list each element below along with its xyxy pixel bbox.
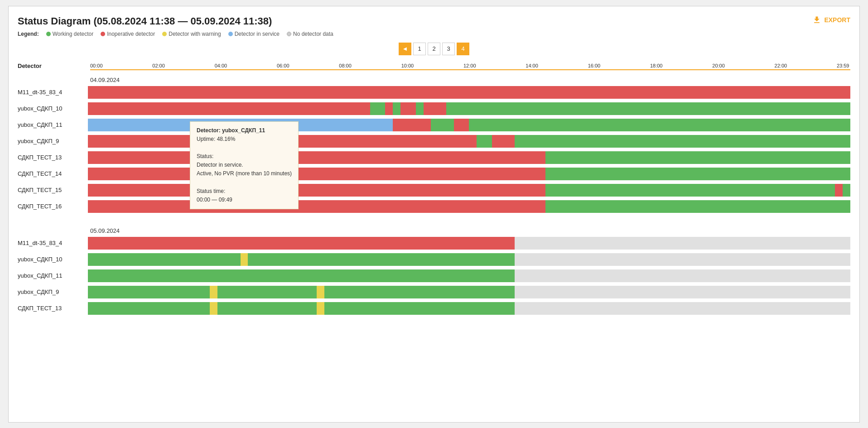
time-axis-line: [90, 69, 850, 70]
header: Status Diagram (05.08.2024 11:38 — 05.09…: [18, 15, 850, 27]
tooltip-status-line2: Active, No PVR (more than 10 minutes): [197, 169, 292, 178]
bar-seg: [400, 102, 416, 115]
table-row: yubox_СДКП_10: [18, 102, 850, 115]
bar-container[interactable]: [88, 102, 850, 115]
bar-seg: [393, 119, 431, 131]
time-label-4: 08:00: [339, 63, 401, 68]
bar-seg: [241, 253, 248, 266]
bar-container[interactable]: [88, 302, 850, 315]
export-button[interactable]: EXPORT: [812, 15, 850, 24]
bar-seg: [454, 119, 469, 131]
tooltip-time-range: 00:00 — 09:49: [197, 196, 292, 204]
bar-seg: [88, 86, 301, 99]
detector-label: yubox_СДКП_10: [18, 105, 88, 112]
time-label-12: 23:59: [837, 63, 850, 68]
bar-seg: [431, 119, 453, 131]
legend-working: Working detector: [46, 31, 94, 37]
bar-seg: [88, 168, 545, 180]
bar-seg: [515, 269, 850, 282]
page-4-button[interactable]: 4: [457, 43, 469, 55]
time-label-2: 04:00: [215, 63, 277, 68]
bar-container[interactable]: [88, 253, 850, 266]
bar-seg: [210, 286, 217, 298]
tooltip-status-label: Status:: [197, 152, 292, 161]
page-3-button[interactable]: 3: [442, 43, 455, 55]
detector-label: yubox_СДКП_11: [18, 272, 88, 279]
bar-seg: [385, 102, 393, 115]
bar-seg: [446, 102, 850, 115]
legend-inoperative: Inoperative detector: [101, 31, 155, 37]
bar-seg: [88, 237, 515, 250]
no-data-label: No detector data: [293, 31, 333, 37]
detector-label: yubox_СДКП_10: [18, 256, 88, 263]
bar-seg: [210, 302, 217, 315]
bar-container[interactable]: [88, 237, 850, 250]
bar-seg: [545, 200, 850, 213]
time-label-11: 22:00: [775, 63, 837, 68]
bar-seg: [88, 302, 210, 315]
bar-seg: [843, 184, 850, 197]
tooltip-uptime: Uptime: 48.16%: [197, 135, 292, 144]
time-label-9: 18:00: [650, 63, 712, 68]
bar-seg: [217, 302, 317, 315]
bar-seg: [88, 200, 545, 213]
inoperative-dot: [101, 32, 105, 36]
tooltip-detector: Detector: yubox_СДКП_11: [197, 127, 265, 134]
page-prev-button[interactable]: ◄: [399, 43, 411, 55]
table-row: М11_dt-35_83_4: [18, 86, 850, 99]
bar-seg: [324, 286, 515, 298]
bar-seg: [88, 269, 515, 282]
bar-seg: [88, 184, 545, 197]
detector-label: М11_dt-35_83_4: [18, 89, 88, 96]
time-label-6: 12:00: [463, 63, 526, 68]
in-service-dot: [228, 32, 233, 36]
bar-seg: [835, 184, 843, 197]
time-label-7: 14:00: [526, 63, 588, 68]
time-label-1: 02:00: [152, 63, 214, 68]
bar-seg: [545, 184, 835, 197]
bar-seg: [88, 253, 241, 266]
bar-seg: [324, 302, 515, 315]
legend-in-service: Detector in service: [228, 31, 280, 37]
bar-container[interactable]: [88, 286, 850, 298]
warning-dot: [162, 32, 167, 36]
bar-seg: [515, 253, 850, 266]
tooltip-status-line1: Detector in service.: [197, 161, 292, 169]
detector-label: СДКП_ТЕСТ_13: [18, 154, 88, 161]
page-2-button[interactable]: 2: [428, 43, 440, 55]
detector-label: yubox_СДКП_11: [18, 121, 88, 128]
legend-label: Legend:: [18, 31, 39, 37]
detector-label: СДКП_ТЕСТ_13: [18, 305, 88, 312]
table-row: СДКП_ТЕСТ_14: [18, 168, 850, 180]
detector-label: yubox_СДКП_9: [18, 138, 88, 144]
table-row: СДКП_ТЕСТ_16: [18, 200, 850, 213]
bar-seg: [416, 102, 424, 115]
bar-seg: [248, 253, 515, 266]
table-row: yubox_СДКП_9: [18, 286, 850, 298]
working-dot: [46, 32, 51, 36]
bar-seg: [88, 102, 370, 115]
bar-seg: [515, 135, 850, 148]
bar-container[interactable]: [88, 86, 850, 99]
pagination: ◄ 1 2 3 4: [18, 43, 850, 55]
table-row: СДКП_ТЕСТ_13: [18, 151, 850, 164]
bar-container[interactable]: [88, 269, 850, 282]
bar-seg: [545, 168, 850, 180]
section-date-0: 04.09.2024: [90, 73, 850, 86]
detector-label: СДКП_ТЕСТ_15: [18, 187, 88, 193]
bar-seg: [301, 86, 850, 99]
legend: Legend: Working detector Inoperative det…: [18, 31, 850, 37]
tooltip-time-label: Status time:: [197, 187, 292, 196]
no-data-dot: [287, 32, 291, 36]
table-row: СДКП_ТЕСТ_15: [18, 184, 850, 197]
diagram-area: Detector 00:00 02:00 04:00 06:00 08:00 1…: [18, 63, 850, 315]
time-label-10: 20:00: [712, 63, 774, 68]
tooltip: Detector: yubox_СДКП_11 Uptime: 48.16% S…: [190, 121, 299, 210]
bar-seg: [515, 237, 850, 250]
table-row: yubox_СДКП_11: [18, 119, 850, 131]
legend-no-data: No detector data: [287, 31, 333, 37]
page-1-button[interactable]: 1: [413, 43, 426, 55]
bar-seg: [477, 135, 492, 148]
bar-seg: [515, 286, 850, 298]
detector-label: М11_dt-35_83_4: [18, 240, 88, 246]
